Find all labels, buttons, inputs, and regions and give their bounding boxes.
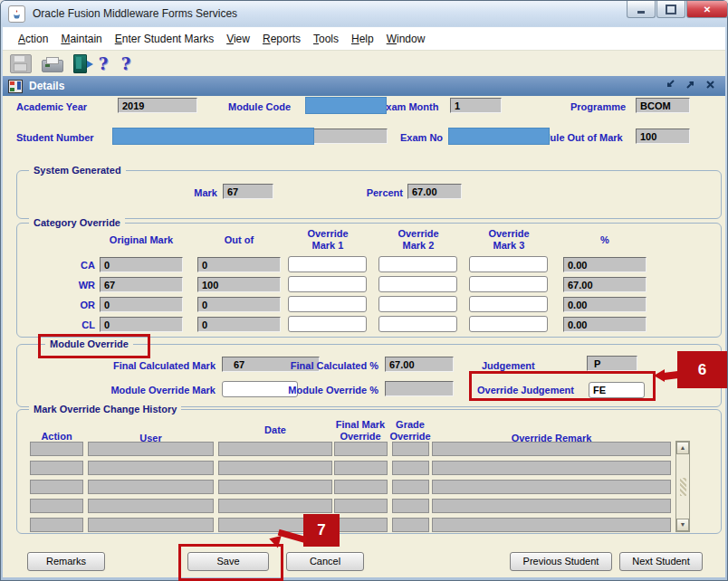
col-final-mark-override: Final Mark Override — [331, 419, 389, 443]
row-label-wr: WR — [54, 280, 95, 290]
close-button[interactable]: ✕ — [686, 1, 728, 18]
history-cell — [334, 518, 388, 532]
history-cell — [432, 499, 671, 513]
module-override-mark-label: Module Override Mark — [89, 385, 216, 395]
annotation-box-save — [178, 544, 283, 581]
cl-override-3-input[interactable] — [469, 316, 548, 332]
maximize-button[interactable] — [656, 1, 685, 18]
scrollbar-grip[interactable] — [680, 478, 686, 496]
programme-label: Programme — [570, 101, 626, 112]
history-cell — [334, 442, 388, 456]
history-cell — [218, 442, 332, 456]
help-icon[interactable]: ? — [120, 55, 132, 72]
or-pct: 0.00 — [563, 297, 647, 312]
history-cell — [392, 461, 429, 475]
mdi-restore-icon[interactable] — [685, 79, 696, 90]
ca-override-3-input[interactable] — [469, 256, 548, 272]
window-title: Oracle Fusion Middleware Forms Services — [33, 7, 237, 20]
help-icon[interactable]: ? — [97, 55, 110, 72]
category-override-legend: Category Override — [29, 217, 125, 228]
wr-original: 67 — [100, 277, 183, 292]
cancel-button[interactable]: Cancel — [286, 552, 364, 571]
col-override-mark-3: Override Mark 3 — [482, 228, 536, 252]
toolbar: ? ? — [3, 51, 725, 76]
annotation-badge-7: 7 — [303, 514, 340, 547]
or-override-3-input[interactable] — [469, 296, 548, 312]
history-scrollbar[interactable]: ▲ ▼ — [675, 441, 690, 532]
mdi-minimize-icon[interactable] — [665, 79, 676, 90]
minimize-button[interactable] — [627, 1, 656, 18]
exit-icon[interactable] — [73, 54, 87, 73]
history-cell — [30, 518, 83, 532]
menu-enter-student-marks[interactable]: Enter Student Marks — [109, 30, 220, 48]
history-cell — [432, 480, 671, 494]
row-label-ca: CA — [54, 260, 95, 271]
form-icon — [8, 80, 23, 93]
history-cell — [218, 461, 332, 475]
history-cell — [30, 442, 83, 456]
wr-override-3-input[interactable] — [469, 276, 548, 292]
col-out-of: Out of — [197, 234, 281, 246]
final-calculated-pct-field: 67.00 — [385, 357, 454, 372]
history-cell — [88, 480, 214, 494]
or-original: 0 — [100, 297, 183, 312]
wr-override-2-input[interactable] — [378, 276, 457, 292]
exam-month-label: Exam Month — [379, 101, 438, 112]
row-label-cl: CL — [54, 319, 95, 330]
judgement-label: Judgement — [482, 360, 535, 371]
menu-action[interactable]: Action — [12, 30, 54, 48]
previous-student-button[interactable]: Previous Student — [510, 552, 612, 571]
details-window-bar: Details — [3, 76, 725, 96]
menu-view[interactable]: View — [220, 30, 256, 48]
menu-reports[interactable]: Reports — [256, 30, 307, 48]
cl-override-2-input[interactable] — [378, 316, 457, 332]
save-icon[interactable] — [10, 54, 32, 73]
wr-override-1-input[interactable] — [288, 276, 367, 292]
history-cell — [432, 442, 671, 456]
history-cell — [88, 518, 214, 532]
exam-no-label: Exam No — [400, 132, 443, 143]
mark-field: 67 — [223, 184, 273, 199]
wr-pct: 67.00 — [563, 277, 647, 292]
scroll-up-button[interactable]: ▲ — [676, 442, 689, 454]
or-override-1-input[interactable] — [288, 296, 367, 312]
student-number-redaction — [112, 128, 314, 145]
history-cell — [392, 499, 429, 513]
menu-window[interactable]: Window — [380, 30, 432, 48]
module-code-field[interactable] — [305, 97, 387, 114]
close-icon: ✕ — [704, 5, 711, 14]
or-out-of: 0 — [197, 297, 281, 312]
print-icon[interactable] — [42, 60, 63, 72]
percent-label: Percent — [349, 187, 403, 198]
module-out-of-mark-field: 100 — [636, 129, 690, 144]
mark-label: Mark — [163, 187, 217, 198]
menu-maintain[interactable]: Maintain — [54, 30, 108, 48]
col-override-mark-2: Override Mark 2 — [391, 228, 445, 252]
history-legend: Mark Override Change History — [29, 404, 181, 414]
next-student-button[interactable]: Next Student — [619, 552, 703, 571]
history-cell — [392, 442, 429, 456]
exam-no-field[interactable] — [448, 128, 550, 145]
percent-field: 67.00 — [407, 184, 462, 199]
ca-original: 0 — [100, 257, 183, 272]
ca-override-1-input[interactable] — [288, 256, 367, 272]
history-cell — [218, 480, 332, 494]
menu-bar: Action Maintain Enter Student Marks View… — [3, 27, 725, 51]
row-label-or: OR — [54, 300, 95, 310]
remarks-button[interactable]: Remarks — [27, 552, 105, 571]
history-cell — [30, 480, 83, 494]
or-override-2-input[interactable] — [378, 296, 457, 312]
history-cell — [218, 499, 332, 513]
academic-year-label: Academic Year — [16, 101, 87, 112]
maximize-icon — [666, 5, 676, 14]
history-cell — [432, 461, 671, 475]
cl-override-1-input[interactable] — [288, 316, 367, 332]
annotation-box-module-override — [38, 334, 150, 358]
scroll-down-button[interactable]: ▼ — [676, 519, 689, 531]
title-bar: Oracle Fusion Middleware Forms Services — [1, 1, 727, 26]
ca-override-2-input[interactable] — [378, 256, 457, 272]
menu-tools[interactable]: Tools — [307, 30, 345, 48]
mdi-close-icon[interactable] — [704, 79, 716, 90]
history-cell — [334, 461, 388, 475]
menu-help[interactable]: Help — [345, 30, 380, 48]
